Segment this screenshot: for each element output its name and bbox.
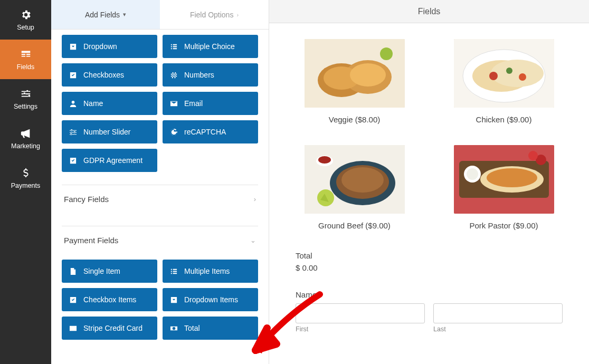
field-stripe[interactable]: Stripe Credit Card: [62, 317, 157, 340]
field-label: reCAPTCHA: [184, 128, 226, 136]
field-label: Total: [184, 324, 200, 332]
field-numbers[interactable]: Numbers: [163, 63, 258, 87]
svg-point-12: [519, 73, 526, 81]
menu-items-grid: Veggie ($8.00) Chicken ($9.00): [296, 39, 563, 230]
sidebar-item-marketing[interactable]: Marketing: [0, 119, 51, 158]
field-label: Multiple Choice: [184, 42, 235, 51]
menu-item-label: Pork Pastor ($9.00): [445, 221, 563, 230]
svg-point-10: [489, 72, 498, 80]
chevron-down-box-icon: [69, 43, 77, 51]
field-label: Multiple Items: [184, 267, 230, 275]
svg-point-28: [528, 151, 538, 160]
sidebar-item-fields[interactable]: Fields: [0, 40, 51, 79]
section-payment-fields[interactable]: Payment Fields ⌄: [62, 226, 258, 254]
list-icon: [170, 43, 178, 51]
tab-label: Add Fields: [85, 11, 120, 19]
menu-item-ground-beef[interactable]: Ground Beef ($9.00): [296, 145, 413, 230]
field-multiple-choice[interactable]: Multiple Choice: [163, 35, 258, 58]
svg-point-24: [487, 168, 537, 187]
check-square-icon: [69, 296, 77, 304]
field-checkboxes[interactable]: Checkboxes: [62, 63, 157, 87]
payment-fields-grid: Single Item Multiple Items Checkbox Item…: [62, 254, 258, 340]
last-name-input[interactable]: [433, 303, 563, 323]
section-title: Fancy Fields: [64, 195, 109, 204]
menu-item-chicken[interactable]: Chicken ($9.00): [445, 39, 563, 124]
tab-field-options[interactable]: Field Options ›: [160, 0, 269, 29]
menu-image: [454, 39, 554, 108]
tab-label: Field Options: [190, 11, 233, 19]
sidebar-label: Payments: [11, 182, 41, 189]
menu-image: [305, 145, 405, 214]
field-dropdown-items[interactable]: Dropdown Items: [163, 288, 258, 311]
menu-image: [454, 145, 554, 214]
total-label: Total: [296, 251, 563, 260]
credit-card-icon: [69, 324, 77, 332]
total-field[interactable]: Total $ 0.00: [296, 251, 563, 272]
svg-point-26: [467, 168, 478, 180]
chevron-down-box-icon: [170, 296, 178, 304]
svg-point-11: [506, 68, 512, 74]
field-label: Checkboxes: [83, 71, 124, 79]
gear-icon: [20, 9, 32, 21]
sidebar-item-setup[interactable]: Setup: [0, 0, 51, 40]
food-illustration-icon: [454, 145, 554, 214]
field-label: GDPR Agreement: [83, 156, 142, 165]
food-illustration-icon: [454, 39, 554, 108]
sidebar-label: Setup: [17, 24, 34, 31]
preview-body[interactable]: Veggie ($8.00) Chicken ($9.00): [269, 23, 589, 364]
field-name[interactable]: Name: [62, 92, 157, 115]
sidebar-label: Fields: [17, 63, 34, 71]
menu-item-pork-pastor[interactable]: Pork Pastor ($9.00): [445, 145, 563, 230]
field-label: Single Item: [83, 267, 120, 275]
first-name-sublabel: First: [296, 325, 425, 333]
field-label: Dropdown: [83, 42, 117, 51]
menu-image: [305, 39, 405, 108]
menu-item-veggie[interactable]: Veggie ($8.00): [296, 39, 413, 124]
field-label: Numbers: [184, 71, 214, 79]
sidebar-label: Settings: [14, 103, 37, 110]
tab-add-fields[interactable]: Add Fields ▾: [51, 0, 160, 29]
check-square-icon: [69, 71, 77, 79]
sidebar-item-payments[interactable]: Payments: [0, 158, 51, 198]
name-field[interactable]: Name* First Last: [296, 290, 563, 333]
chevron-right-icon: ›: [236, 12, 239, 18]
hash-icon: [170, 71, 178, 79]
field-recaptcha[interactable]: reCAPTCHA: [163, 120, 258, 143]
form-icon: [20, 49, 32, 60]
svg-point-19: [318, 156, 331, 164]
first-name-input[interactable]: [296, 303, 425, 323]
field-label: Dropdown Items: [184, 295, 238, 304]
field-label: Stripe Credit Card: [83, 324, 142, 332]
field-label: Email: [184, 99, 203, 108]
fields-panel: Add Fields ▾ Field Options › Dropdown Mu…: [51, 0, 269, 364]
envelope-icon: [170, 100, 178, 108]
field-checkbox-items[interactable]: Checkbox Items: [62, 288, 157, 311]
check-square-icon: [69, 157, 77, 165]
menu-item-label: Chicken ($9.00): [445, 115, 563, 124]
last-name-sublabel: Last: [433, 325, 563, 333]
field-email[interactable]: Email: [163, 92, 258, 115]
name-field-label: Name*: [296, 290, 563, 299]
svg-point-4: [350, 63, 386, 87]
panel-scroll[interactable]: Dropdown Multiple Choice Checkboxes Numb…: [51, 30, 269, 364]
name-label-text: Name: [296, 290, 317, 299]
field-gdpr[interactable]: GDPR Agreement: [62, 149, 157, 172]
field-number-slider[interactable]: Number Slider: [62, 120, 157, 143]
field-multiple-items[interactable]: Multiple Items: [163, 260, 258, 283]
sidebar-label: Marketing: [11, 142, 40, 150]
field-label: Checkbox Items: [83, 295, 136, 304]
chevron-right-icon: ›: [254, 195, 256, 203]
food-illustration-icon: [305, 145, 405, 214]
preview-header: Fields: [269, 0, 589, 23]
section-fancy-fields[interactable]: Fancy Fields ›: [62, 185, 258, 213]
standard-fields-grid: Dropdown Multiple Choice Checkboxes Numb…: [62, 30, 258, 172]
field-dropdown[interactable]: Dropdown: [62, 35, 157, 58]
field-label: Name: [83, 99, 103, 108]
field-single-item[interactable]: Single Item: [62, 260, 157, 283]
list-icon: [170, 267, 178, 275]
field-total[interactable]: Total: [163, 317, 258, 340]
bullhorn-icon: [20, 128, 32, 139]
total-value: $ 0.00: [296, 263, 563, 272]
sliders-icon: [20, 88, 32, 100]
sidebar-item-settings[interactable]: Settings: [0, 79, 51, 119]
